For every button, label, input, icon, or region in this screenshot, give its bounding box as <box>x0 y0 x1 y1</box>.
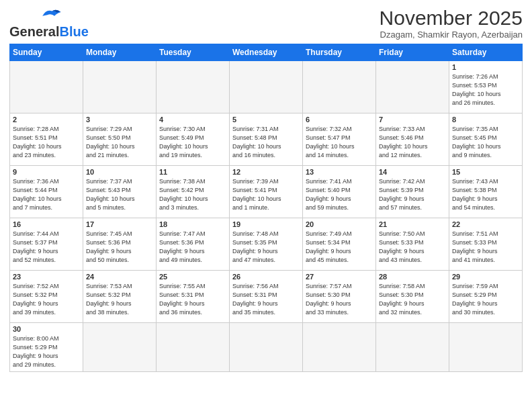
calendar-cell: 9Sunrise: 7:36 AM Sunset: 5:44 PM Daylig… <box>10 166 83 218</box>
calendar-cell: 30Sunrise: 8:00 AM Sunset: 5:29 PM Dayli… <box>10 323 83 372</box>
day-info: Sunrise: 7:37 AM Sunset: 5:43 PM Dayligh… <box>86 177 153 212</box>
day-info: Sunrise: 7:45 AM Sunset: 5:36 PM Dayligh… <box>86 230 153 265</box>
day-info: Sunrise: 7:44 AM Sunset: 5:37 PM Dayligh… <box>13 230 80 265</box>
header: General Blue November 2025 Dzagam, Shamk… <box>9 7 523 40</box>
calendar-cell <box>449 323 523 372</box>
day-info: Sunrise: 7:57 AM Sunset: 5:30 PM Dayligh… <box>306 282 373 317</box>
calendar-cell: 14Sunrise: 7:42 AM Sunset: 5:39 PM Dayli… <box>376 166 449 218</box>
calendar-cell: 17Sunrise: 7:45 AM Sunset: 5:36 PM Dayli… <box>83 218 157 271</box>
calendar-cell <box>303 61 376 113</box>
calendar-cell <box>83 61 157 113</box>
day-number: 22 <box>452 220 519 228</box>
day-info: Sunrise: 7:59 AM Sunset: 5:29 PM Dayligh… <box>452 282 519 317</box>
day-number: 20 <box>306 220 373 228</box>
calendar-cell: 15Sunrise: 7:43 AM Sunset: 5:38 PM Dayli… <box>449 166 523 218</box>
calendar-cell: 27Sunrise: 7:57 AM Sunset: 5:30 PM Dayli… <box>303 271 376 323</box>
calendar-cell: 2Sunrise: 7:28 AM Sunset: 5:51 PM Daylig… <box>10 113 83 166</box>
day-info: Sunrise: 7:48 AM Sunset: 5:35 PM Dayligh… <box>232 230 300 265</box>
calendar-cell: 6Sunrise: 7:32 AM Sunset: 5:47 PM Daylig… <box>303 113 376 166</box>
weekday-header-row: SundayMondayTuesdayWednesdayThursdayFrid… <box>10 44 523 61</box>
day-info: Sunrise: 8:00 AM Sunset: 5:29 PM Dayligh… <box>13 334 80 369</box>
title-block: November 2025 Dzagam, Shamkir Rayon, Aze… <box>380 7 523 40</box>
day-number: 18 <box>159 220 226 228</box>
location: Dzagam, Shamkir Rayon, Azerbaijan <box>380 30 523 40</box>
weekday-header-sunday: Sunday <box>10 44 83 61</box>
calendar-cell: 7Sunrise: 7:33 AM Sunset: 5:46 PM Daylig… <box>376 113 449 166</box>
day-info: Sunrise: 7:29 AM Sunset: 5:50 PM Dayligh… <box>86 125 153 160</box>
calendar-cell: 19Sunrise: 7:48 AM Sunset: 5:35 PM Dayli… <box>230 218 303 271</box>
day-info: Sunrise: 7:41 AM Sunset: 5:40 PM Dayligh… <box>306 177 373 212</box>
day-number: 23 <box>13 273 80 281</box>
calendar-cell: 21Sunrise: 7:50 AM Sunset: 5:33 PM Dayli… <box>376 218 449 271</box>
month-title: November 2025 <box>380 7 523 30</box>
logo-general: General <box>9 24 59 40</box>
day-number: 9 <box>13 168 80 176</box>
calendar-cell <box>157 323 230 372</box>
day-info: Sunrise: 7:42 AM Sunset: 5:39 PM Dayligh… <box>379 177 446 212</box>
day-number: 28 <box>379 273 446 281</box>
day-info: Sunrise: 7:35 AM Sunset: 5:45 PM Dayligh… <box>452 125 519 160</box>
day-number: 30 <box>13 325 80 333</box>
day-number: 2 <box>13 116 80 124</box>
calendar-cell <box>230 323 303 372</box>
day-number: 17 <box>86 220 153 228</box>
day-number: 26 <box>232 273 300 281</box>
day-number: 29 <box>452 273 519 281</box>
day-info: Sunrise: 7:36 AM Sunset: 5:44 PM Dayligh… <box>13 177 80 212</box>
day-number: 24 <box>86 273 153 281</box>
calendar-cell <box>376 323 449 372</box>
calendar-cell: 29Sunrise: 7:59 AM Sunset: 5:29 PM Dayli… <box>449 271 523 323</box>
day-number: 21 <box>379 220 446 228</box>
day-info: Sunrise: 7:58 AM Sunset: 5:30 PM Dayligh… <box>379 282 446 317</box>
logo-blue: Blue <box>59 24 88 40</box>
day-number: 12 <box>232 168 300 176</box>
calendar-cell: 12Sunrise: 7:39 AM Sunset: 5:41 PM Dayli… <box>230 166 303 218</box>
page: General Blue November 2025 Dzagam, Shamk… <box>0 0 532 411</box>
calendar-cell: 8Sunrise: 7:35 AM Sunset: 5:45 PM Daylig… <box>449 113 523 166</box>
day-number: 13 <box>306 168 373 176</box>
bird-icon <box>38 5 62 24</box>
day-number: 3 <box>86 116 153 124</box>
weekday-header-monday: Monday <box>83 44 157 61</box>
day-info: Sunrise: 7:51 AM Sunset: 5:33 PM Dayligh… <box>452 230 519 265</box>
calendar-cell: 26Sunrise: 7:56 AM Sunset: 5:31 PM Dayli… <box>230 271 303 323</box>
calendar-cell <box>157 61 230 113</box>
calendar-cell: 10Sunrise: 7:37 AM Sunset: 5:43 PM Dayli… <box>83 166 157 218</box>
calendar-cell: 16Sunrise: 7:44 AM Sunset: 5:37 PM Dayli… <box>10 218 83 271</box>
calendar-cell <box>230 61 303 113</box>
calendar-cell: 20Sunrise: 7:49 AM Sunset: 5:34 PM Dayli… <box>303 218 376 271</box>
calendar-cell: 22Sunrise: 7:51 AM Sunset: 5:33 PM Dayli… <box>449 218 523 271</box>
weekday-header-saturday: Saturday <box>449 44 523 61</box>
day-info: Sunrise: 7:50 AM Sunset: 5:33 PM Dayligh… <box>379 230 446 265</box>
day-number: 10 <box>86 168 153 176</box>
day-number: 1 <box>452 63 519 71</box>
day-info: Sunrise: 7:38 AM Sunset: 5:42 PM Dayligh… <box>159 177 226 212</box>
day-number: 6 <box>306 116 373 124</box>
weekday-header-tuesday: Tuesday <box>157 44 230 61</box>
day-number: 16 <box>13 220 80 228</box>
calendar-cell <box>303 323 376 372</box>
calendar-cell: 24Sunrise: 7:53 AM Sunset: 5:32 PM Dayli… <box>83 271 157 323</box>
calendar-cell <box>83 323 157 372</box>
calendar-cell: 5Sunrise: 7:31 AM Sunset: 5:48 PM Daylig… <box>230 113 303 166</box>
day-number: 4 <box>159 116 226 124</box>
day-info: Sunrise: 7:43 AM Sunset: 5:38 PM Dayligh… <box>452 177 519 212</box>
calendar-cell: 18Sunrise: 7:47 AM Sunset: 5:36 PM Dayli… <box>157 218 230 271</box>
day-info: Sunrise: 7:47 AM Sunset: 5:36 PM Dayligh… <box>159 230 226 265</box>
day-info: Sunrise: 7:26 AM Sunset: 5:53 PM Dayligh… <box>452 73 519 107</box>
calendar-cell: 13Sunrise: 7:41 AM Sunset: 5:40 PM Dayli… <box>303 166 376 218</box>
day-number: 8 <box>452 116 519 124</box>
day-info: Sunrise: 7:49 AM Sunset: 5:34 PM Dayligh… <box>306 230 373 265</box>
day-info: Sunrise: 7:32 AM Sunset: 5:47 PM Dayligh… <box>306 125 373 160</box>
calendar-cell: 28Sunrise: 7:58 AM Sunset: 5:30 PM Dayli… <box>376 271 449 323</box>
calendar-cell: 25Sunrise: 7:55 AM Sunset: 5:31 PM Dayli… <box>157 271 230 323</box>
weekday-header-wednesday: Wednesday <box>230 44 303 61</box>
logo: General Blue <box>9 7 89 40</box>
day-info: Sunrise: 7:33 AM Sunset: 5:46 PM Dayligh… <box>379 125 446 160</box>
weekday-header-friday: Friday <box>376 44 449 61</box>
day-number: 25 <box>159 273 226 281</box>
day-info: Sunrise: 7:56 AM Sunset: 5:31 PM Dayligh… <box>232 282 300 317</box>
calendar-cell: 1Sunrise: 7:26 AM Sunset: 5:53 PM Daylig… <box>449 61 523 113</box>
calendar-cell: 23Sunrise: 7:52 AM Sunset: 5:32 PM Dayli… <box>10 271 83 323</box>
calendar-cell: 11Sunrise: 7:38 AM Sunset: 5:42 PM Dayli… <box>157 166 230 218</box>
